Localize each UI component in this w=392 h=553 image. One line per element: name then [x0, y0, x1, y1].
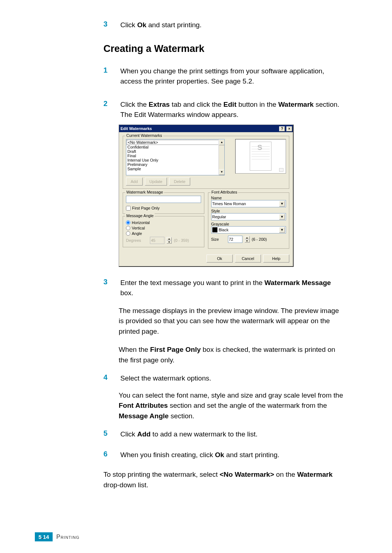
degrees-range: (0 - 359) — [174, 238, 189, 243]
cancel-button[interactable]: Cancel — [235, 255, 261, 263]
close-titlebar-button[interactable]: × — [286, 126, 292, 131]
font-name-combo[interactable]: Times New Roman▼ — [211, 200, 286, 207]
scroll-up-icon[interactable]: ▲ — [219, 139, 225, 145]
step-text: Click the Extras tab and click the Edit … — [120, 99, 345, 120]
preview-pane — [235, 139, 286, 174]
step-number: 1 — [103, 66, 119, 74]
paragraph: When the First Page Only box is checked,… — [119, 345, 344, 365]
text: Click — [120, 430, 137, 438]
text: and start printing. — [146, 21, 201, 29]
text: To stop printing the watermark, select — [103, 471, 220, 478]
step-4: 4 Select the watermark options. — [103, 373, 348, 384]
text: tab and click the — [170, 101, 224, 108]
radio[interactable] — [126, 220, 130, 225]
checkbox[interactable] — [126, 206, 131, 211]
dialog-title: Edit Watermarks — [121, 125, 152, 132]
help-button[interactable]: Help — [263, 255, 289, 263]
list-item[interactable]: Confidential — [127, 145, 224, 149]
ok-button[interactable]: Ok — [207, 255, 233, 263]
bold: <No Watermark> — [220, 471, 274, 478]
step-number: 6 — [103, 450, 119, 458]
spin-down-icon[interactable]: ▼ — [167, 240, 172, 244]
chevron-down-icon[interactable]: ▼ — [279, 214, 285, 220]
spin-buttons[interactable]: ▲▼ — [245, 236, 250, 243]
group-legend: Current Watermarks — [125, 133, 163, 138]
bold: Add — [137, 430, 151, 438]
bold: Watermark — [278, 101, 314, 108]
step-3-top: 3 Click Ok and start printing. — [103, 20, 348, 31]
size-range: (6 - 200) — [252, 237, 267, 241]
step-number: 5 — [103, 429, 119, 438]
degrees-label: Degrees — [126, 238, 148, 243]
radio-label: Angle — [132, 231, 142, 236]
size-label: Size — [211, 237, 226, 241]
list-item[interactable]: Sample — [127, 167, 224, 171]
list-item[interactable]: Internal Use Only — [127, 158, 224, 162]
bold: Ok — [137, 21, 146, 29]
orientation-icon — [279, 168, 283, 172]
horizontal-radio[interactable]: Horizontal — [126, 220, 201, 225]
spin-up-icon[interactable]: ▲ — [167, 237, 172, 240]
step-text: Select the watermark options. — [120, 373, 345, 384]
paragraph: The message displays in the preview imag… — [119, 306, 344, 337]
watermark-listbox[interactable]: <No Watermark> Confidential Draft Final … — [126, 139, 225, 175]
bold: Watermark — [297, 471, 333, 478]
combo-value: Regular — [212, 215, 226, 219]
step-number: 4 — [103, 373, 119, 382]
spin-buttons[interactable]: ▲▼ — [167, 237, 172, 244]
degrees-spinbox: 45 — [150, 237, 164, 244]
text: to add a new watermark to the list. — [151, 430, 258, 438]
heading-creating-watermark: Creating a Watermark — [103, 43, 348, 54]
scrollbar[interactable]: ▲ ▼ — [219, 139, 224, 175]
text: When the — [119, 346, 150, 353]
text: section. — [169, 412, 195, 420]
list-item[interactable]: Draft — [127, 149, 224, 154]
spin-down-icon[interactable]: ▼ — [245, 239, 250, 243]
list-item[interactable]: <No Watermark> — [127, 140, 224, 145]
step-5: 5 Click Add to add a new watermark to th… — [103, 429, 348, 440]
text: You can select the font name, style and … — [119, 391, 343, 399]
group-legend: Message Angle — [125, 214, 155, 218]
radio[interactable] — [126, 226, 130, 230]
spin-value: 72 — [229, 237, 233, 241]
angle-radio[interactable]: Angle — [126, 231, 201, 236]
chevron-down-icon[interactable]: ▼ — [279, 201, 285, 207]
watermark-message-group: Watermark Message First Page Only — [123, 192, 204, 214]
step-number: 3 — [103, 20, 119, 28]
list-item[interactable]: Preliminary — [127, 162, 224, 167]
text: and start printing. — [224, 451, 279, 459]
current-watermarks-group: Current Watermarks <No Watermark> Confid… — [123, 136, 289, 189]
vertical-radio[interactable]: Vertical — [126, 226, 201, 230]
chevron-down-icon[interactable]: ▼ — [279, 227, 285, 233]
radio[interactable] — [126, 231, 130, 236]
delete-button[interactable]: Delete — [169, 178, 190, 186]
update-button[interactable]: Update — [145, 178, 167, 186]
first-page-only-checkbox[interactable]: First Page Only — [126, 206, 201, 211]
color-swatch-icon — [212, 227, 217, 232]
watermark-message-input[interactable] — [126, 196, 201, 203]
step-text: When you finish creating, click Ok and s… — [120, 450, 345, 460]
bold: Ok — [215, 451, 224, 459]
text: Enter the text message you want to print… — [120, 279, 264, 286]
text: button in the — [236, 101, 278, 108]
text: on the — [274, 471, 297, 478]
step-3: 3 Enter the text message you want to pri… — [103, 278, 348, 298]
add-button[interactable]: Add — [126, 178, 143, 186]
list-item[interactable]: Final — [127, 154, 224, 158]
spin-up-icon[interactable]: ▲ — [245, 236, 250, 239]
size-spinbox[interactable]: 72 — [228, 236, 242, 243]
bold: Extras — [149, 101, 170, 108]
group-legend: Font Attributes — [211, 190, 238, 194]
help-titlebar-button[interactable]: ? — [279, 126, 285, 131]
combo-value: Times New Roman — [212, 202, 246, 206]
grayscale-combo[interactable]: Black▼ — [211, 226, 286, 233]
step-1: 1 When you change the print settings fro… — [103, 66, 348, 87]
bold: Message Angle — [119, 412, 169, 420]
text: box. — [120, 289, 133, 297]
font-style-combo[interactable]: Regular▼ — [211, 213, 286, 220]
section-label: Printing — [56, 534, 79, 540]
step-text: Enter the text message you want to print… — [120, 278, 345, 298]
scroll-down-icon[interactable]: ▼ — [219, 169, 225, 175]
step-text: Click Add to add a new watermark to the … — [120, 429, 345, 440]
grayscale-label: Grayscale — [211, 222, 286, 226]
